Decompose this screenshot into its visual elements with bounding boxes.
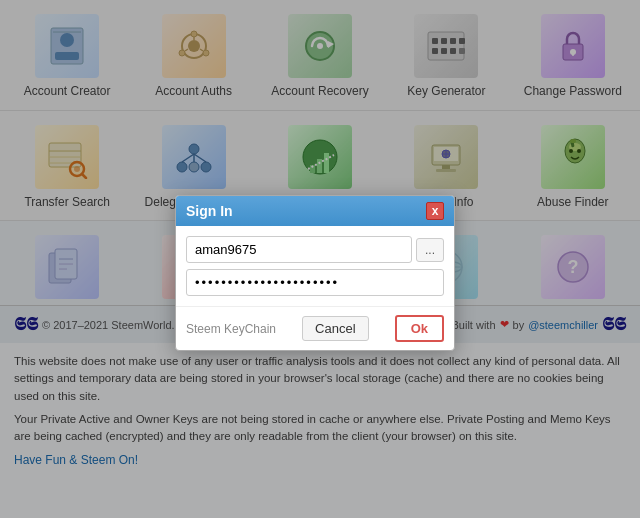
ok-button[interactable]: Ok xyxy=(395,315,444,342)
modal-overlay: Sign In x ... Steem KeyChain Cancel Ok xyxy=(0,0,640,518)
keychain-button[interactable]: Steem KeyChain xyxy=(186,322,276,336)
modal-body: ... xyxy=(176,226,454,306)
password-row xyxy=(186,269,444,296)
modal-title: Sign In xyxy=(186,203,233,219)
password-input[interactable] xyxy=(186,269,444,296)
signin-modal: Sign In x ... Steem KeyChain Cancel Ok xyxy=(175,195,455,351)
cancel-button[interactable]: Cancel xyxy=(302,316,368,341)
modal-footer: Steem KeyChain Cancel Ok xyxy=(176,306,454,350)
username-row: ... xyxy=(186,236,444,263)
username-input[interactable] xyxy=(186,236,412,263)
modal-close-button[interactable]: x xyxy=(426,202,444,220)
username-dots-button[interactable]: ... xyxy=(416,238,444,262)
modal-header: Sign In x xyxy=(176,196,454,226)
